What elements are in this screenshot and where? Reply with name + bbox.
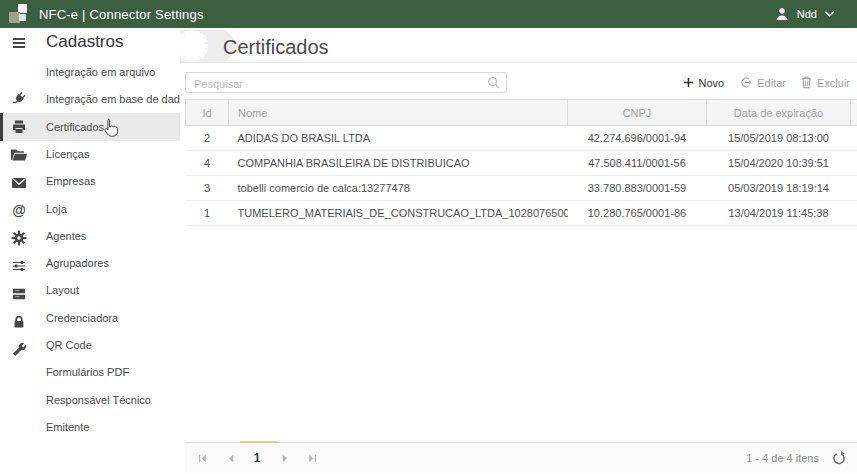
last-page-button[interactable]	[303, 449, 321, 467]
table-cell: 15/05/2019 08:13:00	[707, 126, 851, 151]
table-cell: 13/04/2019 11:45:38	[707, 201, 851, 226]
user-name: Ndd	[797, 8, 817, 20]
sidebar-item-empresas[interactable]: Empresas	[46, 168, 96, 194]
toolbar: Novo Editar Excluir	[683, 72, 850, 93]
table-cell: 1	[186, 201, 229, 226]
table-cell: 3	[186, 176, 229, 201]
page-title: Certificados	[223, 32, 329, 62]
app-logo	[7, 2, 31, 26]
plus-icon	[683, 77, 694, 88]
column-header-nome[interactable]: Nome	[229, 100, 568, 126]
table-cell: 10.280.765/0001-86	[568, 201, 707, 226]
at-icon[interactable]: @	[10, 201, 28, 219]
printer-icon[interactable]	[10, 118, 28, 136]
refresh-icon[interactable]	[831, 450, 847, 466]
sidebar-item-agrupadores[interactable]: Agrupadores	[46, 250, 109, 276]
search-input[interactable]	[192, 73, 486, 94]
table-cell: 05/03/2019 18:19:14	[707, 176, 851, 201]
column-header-cnpj[interactable]: CNPJ	[568, 100, 707, 126]
certificates-grid: IdNomeCNPJData de expiração 2ADIDAS DO B…	[185, 99, 857, 226]
title-divider	[180, 62, 857, 63]
envelope-icon[interactable]	[10, 174, 28, 192]
sidebar-item-credenciadora[interactable]: Credenciadora	[46, 305, 118, 331]
table-row[interactable]: 4COMPANHIA BRASILEIRA DE DISTRIBUICAO47.…	[186, 151, 857, 176]
table-cell: 33.780.883/0001-59	[568, 176, 707, 201]
table-cell: 15/04/2020 10:39:51	[707, 151, 851, 176]
first-page-button[interactable]	[193, 449, 211, 467]
table-cell: 42.274.696/0001-94	[568, 126, 707, 151]
table-cell: 2	[186, 126, 229, 151]
plug-icon[interactable]	[10, 90, 28, 108]
sidebar-item-qr-code[interactable]: QR Code	[46, 332, 92, 358]
table-cell: ADIDAS DO BRASIL LTDA	[229, 126, 568, 151]
previous-page-button[interactable]	[221, 449, 239, 467]
trash-icon	[801, 76, 812, 89]
sidebar-item-integracao-em-arquivo[interactable]: Integração em arquivo	[46, 59, 155, 85]
main-content: Certificados Novo Editar Excluir	[180, 28, 857, 474]
edit-button[interactable]: Editar	[739, 76, 786, 89]
sidebar-item-layout[interactable]: Layout	[46, 277, 79, 303]
column-header-id[interactable]: Id	[186, 100, 229, 126]
menu-icon[interactable]	[10, 34, 28, 52]
selected-page-indicator	[240, 441, 278, 443]
sidebar-item-licencas[interactable]: Licenças	[46, 141, 89, 167]
table-cell-spacer	[851, 126, 857, 151]
sidebar-item-formularios-pdf[interactable]: Formulários PDF	[46, 359, 129, 385]
new-button[interactable]: Novo	[683, 77, 725, 89]
table-cell: tobelli comercio de calca:13277478	[229, 176, 568, 201]
sidebar-item-integracao-em-base-de-dados[interactable]: Integração em base de dados	[46, 86, 192, 112]
column-header-data-de-expiracao[interactable]: Data de expiração	[707, 100, 851, 126]
sidebar-selected-bar	[0, 113, 3, 141]
table-row[interactable]: 1TUMELERO_MATERIAIS_DE_CONSTRUCAO_LTDA_1…	[186, 201, 857, 226]
chevron-down-icon	[824, 10, 835, 18]
column-header-spacer	[851, 100, 857, 126]
pager: 1 1 - 4 de 4 itens	[185, 442, 857, 473]
wrench-icon[interactable]	[10, 341, 28, 359]
user-icon	[774, 6, 790, 22]
next-page-button[interactable]	[276, 449, 294, 467]
sidebar: Cadastros @ Integração em arquivoIntegra…	[0, 28, 180, 474]
decorative-gear-icon	[175, 29, 209, 63]
table-cell: COMPANHIA BRASILEIRA DE DISTRIBUICAO	[229, 151, 568, 176]
table-cell: 4	[186, 151, 229, 176]
table-row[interactable]: 3tobelli comercio de calca:1327747833.78…	[186, 176, 857, 201]
table-cell-spacer	[851, 176, 857, 201]
sliders-icon[interactable]	[10, 257, 28, 275]
page-number-current[interactable]: 1	[248, 449, 266, 467]
app-title: NFC-e | Connector Settings	[39, 7, 204, 22]
sidebar-item-loja[interactable]: Loja	[46, 196, 67, 222]
sidebar-item-agentes[interactable]: Agentes	[46, 223, 86, 249]
table-cell-spacer	[851, 201, 857, 226]
delete-button[interactable]: Excluir	[801, 76, 850, 89]
pager-summary: 1 - 4 de 4 itens	[746, 443, 819, 474]
server-icon[interactable]	[10, 285, 28, 303]
app-header: NFC-e | Connector Settings Ndd	[0, 0, 857, 28]
sidebar-section-title: Cadastros	[46, 28, 123, 56]
user-menu[interactable]: Ndd	[774, 6, 835, 22]
grid-header-row: IdNomeCNPJData de expiração	[186, 100, 857, 126]
search-icon[interactable]	[487, 76, 500, 89]
table-cell: TUMELERO_MATERIAIS_DE_CONSTRUCAO_LTDA_10…	[229, 201, 568, 226]
sidebar-item-emitente[interactable]: Emitente	[46, 414, 89, 440]
mouse-cursor-hand	[103, 118, 119, 138]
sidebar-item-responsavel-tecnico[interactable]: Responsável Técnico	[46, 387, 151, 413]
sidebar-item-certificados[interactable]: Certificados	[46, 114, 104, 140]
table-cell-spacer	[851, 151, 857, 176]
edit-icon	[739, 76, 752, 89]
grid-body: 2ADIDAS DO BRASIL LTDA42.274.696/0001-94…	[186, 126, 857, 226]
gear-icon[interactable]	[10, 229, 28, 247]
folder-open-icon[interactable]	[10, 146, 28, 164]
search-box	[185, 72, 507, 93]
table-cell: 47.508.411/0001-56	[568, 151, 707, 176]
lock-icon[interactable]	[10, 313, 28, 331]
table-row[interactable]: 2ADIDAS DO BRASIL LTDA42.274.696/0001-94…	[186, 126, 857, 151]
